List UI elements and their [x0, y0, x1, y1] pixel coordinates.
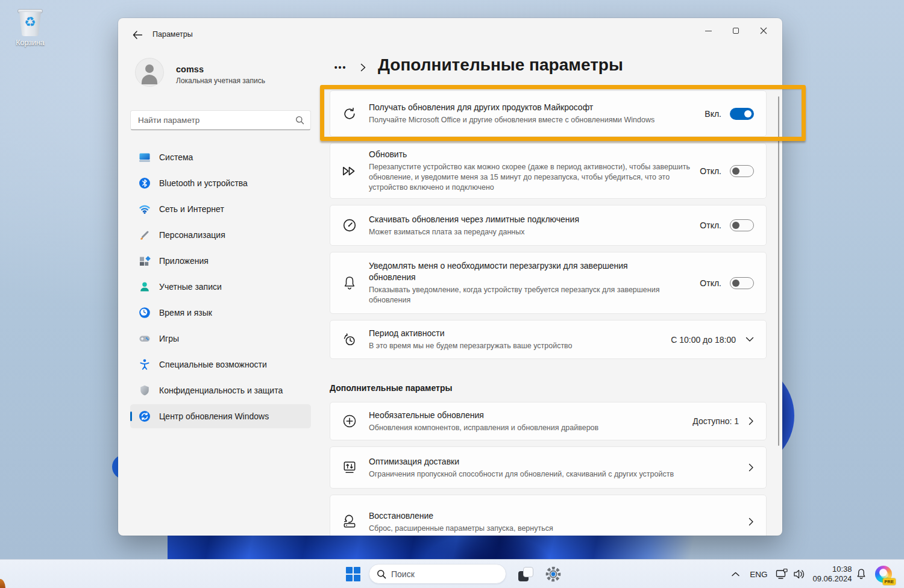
settings-card-optional-updates[interactable]: Необязательные обновленияОбновления комп… [330, 402, 767, 440]
windows-logo-icon [346, 567, 360, 581]
delivery-icon [330, 460, 369, 475]
active-hours-icon [330, 332, 369, 348]
minimize-icon [705, 31, 712, 31]
sidebar-item-network[interactable]: Сеть и Интернет [130, 197, 311, 221]
breadcrumb-more-button[interactable]: ••• [330, 60, 351, 75]
toggle-switch-off[interactable] [730, 277, 754, 289]
toggle-state-label: Откл. [700, 166, 721, 176]
card-title: Восстановление [369, 510, 742, 522]
tray-time: 10:38 [812, 565, 852, 574]
recovery-icon [330, 514, 369, 530]
sidebar-item-accessibility[interactable]: Специальные возможности [130, 352, 311, 377]
bluetooth-icon [139, 177, 151, 189]
sidebar-item-label: Система [159, 152, 193, 162]
fast-forward-icon [330, 163, 369, 179]
notify-icon [330, 275, 369, 291]
sidebar-item-label: Конфиденциальность и защита [159, 386, 283, 395]
toggle-switch-off[interactable] [730, 165, 754, 177]
maximize-icon [733, 28, 739, 34]
card-title: Оптимизация доставки [369, 456, 742, 468]
settings-card-fast-forward[interactable]: ОбновитьПерезапустите устройство как мож… [330, 143, 767, 199]
account-type: Локальная учетная запись [176, 77, 265, 85]
sidebar-item-personalization[interactable]: Персонализация [130, 223, 311, 247]
personalization-icon [139, 229, 151, 241]
sidebar-item-label: Bluetooth и устройства [159, 178, 248, 188]
settings-card-recovery[interactable]: ВосстановлениеСброс, расширенные парамет… [330, 495, 767, 536]
sidebar-item-apps[interactable]: Приложения [130, 249, 311, 273]
close-button[interactable] [750, 20, 777, 41]
settings-search-input[interactable] [131, 116, 295, 125]
time-icon [139, 307, 151, 319]
task-view-button[interactable] [513, 562, 538, 586]
tray-chevron-up-button[interactable] [726, 560, 745, 588]
sidebar-item-label: Специальные возможности [159, 360, 267, 369]
metered-icon [330, 217, 369, 233]
account-name: comss [176, 64, 204, 74]
clock-tray[interactable]: 10:38 09.06.2024 [812, 560, 852, 588]
sidebar-item-label: Персонализация [159, 230, 225, 240]
copilot-button[interactable]: PRE [871, 560, 896, 588]
settings-card-metered[interactable]: Скачивать обновления через лимитные подк… [330, 205, 767, 246]
card-title: Скачивать обновления через лимитные подк… [369, 214, 694, 225]
notifications-button[interactable] [853, 560, 869, 588]
sync-icon [330, 106, 369, 122]
task-view-icon [517, 566, 534, 583]
settings-app-button[interactable] [541, 562, 565, 586]
taskbar-search[interactable] [369, 564, 506, 584]
toggle-switch-off[interactable] [730, 219, 754, 231]
chevron-down-icon [745, 337, 754, 342]
card-subtitle: Обновления компонентов, исправления и об… [369, 423, 686, 433]
wallpaper-bloom [168, 533, 700, 560]
sidebar-nav: СистемаBluetooth и устройстваСеть и Инте… [130, 145, 311, 430]
accessibility-icon [139, 358, 151, 371]
sidebar-item-bluetooth[interactable]: Bluetooth и устройства [130, 171, 311, 195]
sidebar-item-system[interactable]: Система [130, 145, 311, 169]
recycle-bin-shortcut[interactable]: ♻ Корзина [6, 4, 54, 51]
avatar[interactable] [135, 58, 164, 87]
settings-cards-bottom: Необязательные обновленияОбновления комп… [330, 402, 767, 536]
settings-card-sync[interactable]: Получать обновления для других продуктов… [330, 90, 767, 137]
sidebar-item-gaming[interactable]: Игры [130, 327, 311, 351]
settings-card-delivery[interactable]: Оптимизация доставкиОграничения пропускн… [330, 446, 767, 489]
minimize-button[interactable] [694, 20, 722, 41]
settings-search-box[interactable] [130, 110, 311, 130]
card-subtitle: Сброс, расширенные параметры запуска, ве… [369, 524, 691, 534]
network-icon[interactable] [774, 560, 791, 588]
taskbar-search-input[interactable] [391, 569, 506, 579]
privacy-icon [139, 384, 151, 396]
gaming-icon [139, 333, 151, 345]
settings-card-notify[interactable]: Уведомлять меня о необходимости перезагр… [330, 252, 767, 314]
card-subtitle: Получайте Microsoft Office и другие обно… [369, 115, 691, 125]
network-icon [139, 203, 151, 215]
optional-updates-icon [330, 413, 369, 429]
toggle-knob [732, 222, 739, 229]
tray-date: 09.06.2024 [812, 574, 852, 584]
back-button[interactable] [128, 27, 147, 43]
search-icon [377, 569, 386, 579]
card-title: Уведомлять меня о необходимости перезагр… [369, 260, 652, 283]
card-subtitle: Показывать уведомление, когда устройству… [369, 285, 691, 305]
chevron-right-icon [749, 417, 754, 425]
maximize-button[interactable] [722, 20, 750, 41]
chevron-up-icon [732, 572, 739, 577]
toggle-switch-on[interactable] [730, 108, 754, 120]
sidebar-item-accounts[interactable]: Учетные записи [130, 275, 311, 299]
taskbar: ENG 10:38 09.06.2024 PRE [0, 559, 904, 588]
sidebar-item-time[interactable]: Время и язык [130, 301, 311, 325]
start-button[interactable] [341, 562, 365, 586]
card-title: Обновить [369, 149, 694, 160]
sidebar-item-privacy[interactable]: Конфиденциальность и защита [130, 378, 311, 402]
copilot-pre-badge: PRE [883, 578, 896, 586]
toggle-knob [744, 110, 752, 117]
desktop: ♻ Корзина Параметры comss Локальная учет… [0, 0, 904, 588]
close-icon [760, 27, 767, 34]
sidebar-item-label: Центр обновления Windows [159, 411, 269, 421]
recycle-arrows-icon: ♻ [6, 16, 54, 29]
scrollbar[interactable] [778, 96, 779, 446]
sidebar-item-update[interactable]: Центр обновления Windows [130, 404, 311, 428]
search-icon [295, 116, 304, 125]
language-indicator[interactable]: ENG [747, 560, 770, 588]
settings-card-active-hours[interactable]: Период активностиВ это время мы не будем… [330, 320, 767, 359]
volume-icon[interactable] [791, 560, 809, 588]
sidebar-item-label: Учетные записи [159, 282, 222, 292]
